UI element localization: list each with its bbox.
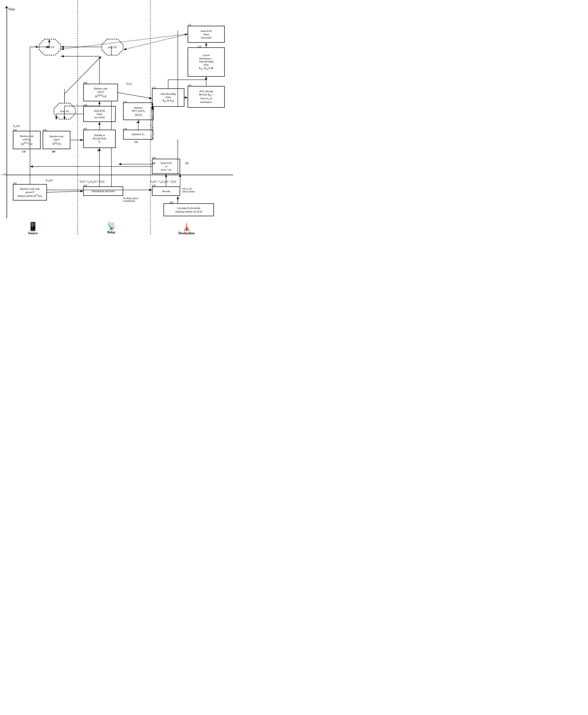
box-105: Rateless codewith Ps2[Ω2(CF)(x)] xyxy=(13,131,41,149)
no-relay-annotation: No Relay, directtransmission xyxy=(123,197,138,202)
box-108: Send ACKwhensuccessful xyxy=(83,106,115,122)
box-111: RatelessJSCC with Pr[Ω'(x)] xyxy=(123,103,154,120)
df-label-1: DF xyxy=(152,162,155,165)
xs1n-label: Xs1[n] xyxy=(46,179,52,182)
stop-tx-3-label: Stop TX xyxy=(60,110,69,112)
vline-source-relay xyxy=(78,0,78,234)
source-label: Source xyxy=(23,231,42,234)
source-node: 📱 Source xyxy=(23,222,42,234)
stop-tx-2-label: Stop TX xyxy=(108,46,117,48)
svg-line-48 xyxy=(64,47,101,89)
box-113: JSCC DecodeW from Yd2 –Treat Xs2 asinter… xyxy=(188,86,225,108)
df-cf-annotation: DF or CFrelay scheme xyxy=(183,188,195,193)
svg-line-52 xyxy=(118,92,152,99)
box-115: Send ACKwhensuccessful xyxy=(188,26,225,43)
box-109: Rateless codewith Pr[Ω2(DF)(x)] xyxy=(83,84,118,101)
w-label: W xyxy=(136,121,138,124)
xrn-label: Xr[n] xyxy=(126,82,132,86)
time-axis xyxy=(6,7,7,218)
stop-tx-3: Stop TX xyxy=(54,103,76,120)
relay-label: Relay xyxy=(102,231,121,234)
df-label-3: DF xyxy=(97,149,101,152)
yr-formula: Yr[n] = corXs1[n] + Zr[n] xyxy=(80,180,104,183)
box-107: Attempt toDecode fromYr xyxy=(83,130,115,148)
cf-label-2: CF xyxy=(22,150,26,153)
n1-hline xyxy=(6,175,233,175)
box-106: Rateless codewith P[Ω(l)(x)] xyxy=(43,131,70,149)
source-icon: 📱 xyxy=(23,222,42,231)
box-114: CancelInterference –Joint decodingfromYd… xyxy=(188,47,225,77)
cf-label-1: CF xyxy=(185,162,189,165)
relay-icon: 📡 xyxy=(102,222,121,231)
box-112: Joint decodingfromYd1 & Yd2 xyxy=(152,88,184,107)
destination-icon: 🗼 xyxy=(177,222,196,231)
stop-tx-2: Stop TX xyxy=(101,39,124,56)
box-104: Send SCHorSCH + N₁ xyxy=(152,159,180,174)
yd2-formula: Yd2[n]=csdXs2[n]+crdXr[n]+Zd[n] xyxy=(150,94,153,141)
xs2n-label: Xs2[n] xyxy=(13,124,20,128)
box-100: Calculate N₁ & decide relaying scheme, s… xyxy=(164,203,214,216)
n1-label: —N₁ xyxy=(1,173,7,176)
stop-tx-1: Stop TX xyxy=(39,39,61,56)
box-110: Quantize Yr xyxy=(123,130,153,140)
time-label: Time xyxy=(8,7,15,11)
box-101: Rateless code withpower P[Raptor profile… xyxy=(13,184,47,201)
box-103: Decode xyxy=(152,186,180,196)
diagram-container: Time —N₁ 📱 Source 📡 Relay 🗼 Destination … xyxy=(0,0,233,234)
df-label-2: DF xyxy=(52,150,56,153)
yd1-formula: Yd1[n] = csdXs1[n] + Zd[n] xyxy=(150,180,176,183)
svg-line-37 xyxy=(61,34,188,49)
cf-label-3: CF xyxy=(134,141,138,143)
svg-line-36 xyxy=(124,34,188,50)
destination-node: 🗼 Destination xyxy=(177,222,196,234)
box-102: Demodulate and Store xyxy=(83,186,123,196)
destination-label: Destination xyxy=(177,231,196,234)
stop-tx-1-label: Stop TX xyxy=(45,46,54,48)
relay-node: 📡 Relay xyxy=(102,222,121,234)
